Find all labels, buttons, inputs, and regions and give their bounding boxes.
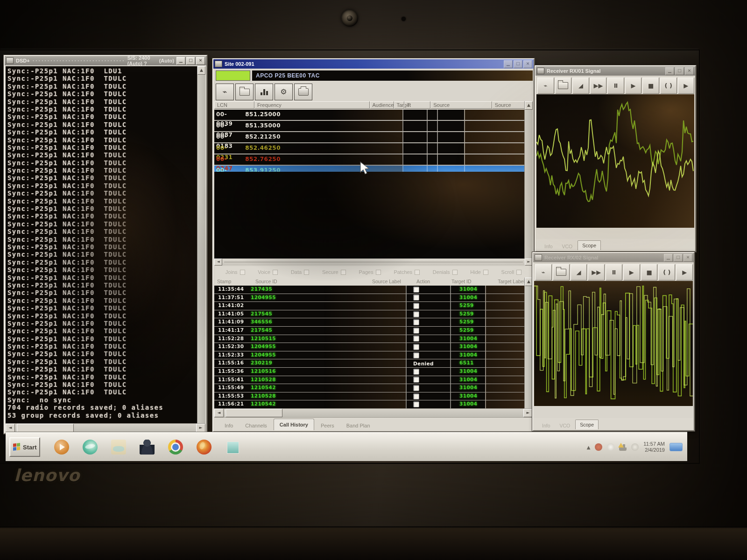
tab[interactable]: Call History — [274, 419, 314, 430]
stop-icon[interactable]: ■ — [641, 264, 658, 280]
close-button[interactable]: × — [523, 60, 532, 68]
history-filter[interactable]: Pages — [359, 269, 381, 275]
column-header[interactable]: Target ID — [449, 278, 495, 286]
tray-icon-white[interactable] — [607, 443, 614, 451]
titlebar[interactable]: Site 002-091 ▁ □ × — [213, 59, 534, 69]
history-filter[interactable]: Voice — [258, 269, 278, 275]
tab[interactable]: Scope — [575, 420, 599, 429]
column-header[interactable]: Source — [430, 101, 492, 109]
vertical-scrollbar[interactable]: ▲ — [524, 278, 533, 410]
fast-forward-icon[interactable]: ▶▶ — [588, 264, 605, 280]
volume-icon[interactable] — [631, 443, 639, 451]
tab[interactable]: Info — [219, 421, 239, 430]
network-warning-icon[interactable] — [619, 443, 627, 451]
column-header[interactable]: LCN — [214, 101, 254, 109]
tray-expand-icon[interactable]: ▲ — [587, 445, 591, 450]
scrollbar-thumb[interactable] — [17, 424, 74, 432]
horizontal-scrollbar[interactable]: ◄ ► — [6, 423, 205, 432]
channel-row[interactable]: 00-0039 851.25000 — [214, 110, 525, 121]
call-history-row[interactable]: 11:52:30 1204955 Call 31004 — [214, 343, 525, 351]
chrome-icon[interactable] — [168, 440, 183, 455]
pause-icon[interactable]: Ⅱ — [606, 264, 622, 280]
column-header[interactable]: T — [404, 101, 431, 109]
titlebar[interactable]: DSD+ ······························· S/S… — [5, 56, 206, 65]
show-desktop-button[interactable] — [669, 443, 683, 451]
open-folder-icon[interactable] — [553, 264, 570, 280]
pointer-icon[interactable]: ◢ — [572, 77, 589, 94]
history-filter[interactable]: Joins — [226, 269, 245, 275]
titlebar[interactable]: Receiver RX/01 Signal ▁ □ × — [536, 66, 695, 76]
tab[interactable]: Peers — [315, 421, 340, 430]
history-filter[interactable]: Denials — [433, 269, 458, 275]
scroll-left-icon[interactable]: ◄ — [214, 409, 224, 417]
scroll-right-icon[interactable]: ► — [525, 259, 533, 266]
fast-forward-icon[interactable]: ▶▶ — [590, 77, 607, 94]
scroll-left-icon[interactable]: ◄ — [214, 259, 222, 266]
column-header[interactable]: Target — [394, 101, 404, 109]
horizontal-scrollbar[interactable]: ◄ ► — [214, 408, 533, 417]
history-table-header[interactable]: StampSource IDSource LabelActionTarget I… — [214, 278, 525, 286]
open-folder-icon[interactable] — [555, 77, 572, 94]
next-icon[interactable]: ▶ — [678, 77, 695, 94]
pause-icon[interactable]: Ⅱ — [607, 77, 624, 94]
media-player-icon[interactable] — [54, 440, 69, 455]
loop-icon[interactable]: ( ) — [660, 77, 677, 94]
call-history-row[interactable]: 11:55:49 1210542 Call 31004 — [214, 384, 525, 392]
stop-icon[interactable]: ■ — [642, 77, 659, 94]
filter-checkbox[interactable] — [376, 270, 381, 275]
call-history-row[interactable]: 11:52:28 1210515 Call 31004 — [214, 335, 525, 343]
start-button[interactable]: Start — [9, 437, 40, 457]
filter-checkbox[interactable] — [516, 270, 521, 275]
play-icon[interactable]: ▶ — [625, 77, 642, 94]
column-header[interactable]: Stamp — [214, 278, 253, 286]
minimize-button[interactable]: ▁ — [504, 60, 513, 68]
minimize-button[interactable]: ▁ — [176, 57, 185, 65]
scroll-up-icon[interactable]: ▲ — [197, 66, 205, 75]
call-history-row[interactable]: 11:41:17 217545 Call 5259 — [214, 327, 525, 335]
history-filter[interactable]: Hide — [470, 269, 488, 275]
call-history-row[interactable]: 11:56:21 1210542 Call 31004 — [214, 400, 525, 409]
column-header[interactable]: Action — [414, 278, 449, 286]
documents-icon[interactable] — [111, 440, 126, 455]
open-folder-icon[interactable] — [235, 84, 254, 100]
call-history-row[interactable]: 11:55:53 1210528 Call 31004 — [214, 392, 525, 401]
column-header[interactable]: Source Label — [492, 101, 525, 109]
tab[interactable]: Info — [538, 422, 555, 429]
history-filter[interactable]: Scroll — [501, 269, 522, 275]
maximize-button[interactable]: □ — [514, 60, 522, 68]
filter-checkbox[interactable] — [483, 270, 488, 275]
scroll-right-icon[interactable]: ► — [523, 409, 533, 417]
clock[interactable]: 11:57 AM 2/4/2019 — [643, 441, 665, 453]
scrollbar-thumb[interactable] — [226, 409, 282, 417]
titlebar[interactable]: Receiver RX/02 Signal ▁ □ × — [533, 253, 694, 262]
tab[interactable]: Info — [540, 243, 557, 250]
call-history-row[interactable]: 11:41:02 Call 5259 — [214, 302, 525, 310]
tab[interactable]: Channels — [240, 421, 272, 430]
channel-row[interactable]: 00-0087 851.35000 — [214, 121, 525, 132]
next-icon[interactable]: ▶ — [676, 264, 693, 280]
tray-icon-red[interactable] — [595, 443, 602, 451]
column-header[interactable]: Audience — [370, 101, 394, 109]
app-icon[interactable] — [227, 441, 239, 454]
channel-row[interactable]: 00-0183 852.21250 — [214, 132, 525, 143]
close-button[interactable]: × — [196, 57, 205, 65]
scroll-up-icon[interactable]: ▲ — [525, 101, 533, 110]
loop-icon[interactable]: ( ) — [658, 264, 675, 280]
browser-icon[interactable] — [83, 440, 98, 455]
firefox-icon[interactable] — [197, 440, 211, 455]
call-history-row[interactable]: 11:55:16 230219 Denied 6511 — [214, 359, 525, 368]
channel-row[interactable]: 00-0231 852.46250 — [214, 143, 525, 154]
column-header[interactable]: Target Label — [495, 278, 525, 286]
scroll-right-icon[interactable]: ► — [196, 424, 205, 432]
tab[interactable]: VCO — [556, 422, 575, 429]
tab[interactable]: Band Plan — [341, 421, 376, 430]
channel-table-header[interactable]: LCNFrequencyAudienceTargetTSourceSource … — [214, 101, 525, 110]
gear-icon[interactable]: ⚙ — [275, 84, 293, 100]
call-history-row[interactable]: 11:35:44 217435 Call 31004 — [214, 286, 525, 294]
filter-checkbox[interactable] — [452, 270, 458, 275]
vertical-scrollbar[interactable]: ▲ — [197, 66, 205, 423]
tuner-icon[interactable]: ⌁ — [537, 77, 554, 94]
maximize-button[interactable]: □ — [674, 254, 683, 262]
tuner-icon[interactable]: ⌁ — [216, 84, 234, 100]
filter-checkbox[interactable] — [304, 270, 309, 275]
